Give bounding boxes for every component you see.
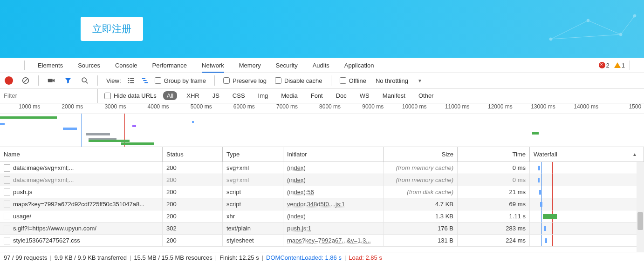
col-type[interactable]: Type bbox=[223, 147, 283, 162]
timeline-overview[interactable]: 1000 ms2000 ms3000 ms4000 ms5000 ms6000 … bbox=[0, 103, 644, 147]
col-initiator[interactable]: Initiator bbox=[283, 147, 384, 162]
cell-name: style1536672475627.css bbox=[13, 237, 80, 244]
svg-rect-18 bbox=[128, 78, 129, 79]
tab-application[interactable]: Application bbox=[344, 58, 374, 73]
cell-initiator[interactable]: (index) bbox=[283, 162, 384, 174]
filter-icon[interactable] bbox=[64, 76, 72, 85]
record-button[interactable] bbox=[5, 76, 13, 85]
cell-initiator[interactable]: (index) bbox=[283, 210, 384, 222]
col-time[interactable]: Time bbox=[458, 147, 530, 162]
col-waterfall[interactable]: Waterfall▲ bbox=[530, 147, 644, 162]
preserve-log-label: Preserve log bbox=[233, 77, 267, 84]
cell-initiator[interactable]: (index):56 bbox=[283, 186, 384, 198]
waterfall-label: Waterfall bbox=[534, 151, 557, 158]
cell-initiator[interactable]: (index) bbox=[283, 174, 384, 186]
filter-bar: Hide data URLs AllXHRJSCSSImgMediaFontDo… bbox=[0, 88, 644, 103]
chip-xhr[interactable]: XHR bbox=[183, 91, 203, 100]
chip-font[interactable]: Font bbox=[307, 91, 327, 100]
scrollbar[interactable] bbox=[637, 162, 644, 252]
group-by-frame-toggle[interactable]: Group by frame bbox=[155, 77, 206, 84]
file-icon bbox=[4, 164, 10, 172]
tab-memory[interactable]: Memory bbox=[239, 58, 261, 73]
chip-manifest[interactable]: Manifest bbox=[379, 91, 409, 100]
view-waterfall-icon[interactable] bbox=[141, 76, 149, 85]
svg-rect-24 bbox=[142, 78, 145, 79]
table-row[interactable]: usage/200xhr(index)1.3 KB1.11 s bbox=[0, 210, 644, 223]
chip-doc[interactable]: Doc bbox=[332, 91, 350, 100]
svg-rect-15 bbox=[48, 79, 53, 82]
warnings-badge[interactable]: 1 bbox=[614, 62, 625, 69]
chip-img[interactable]: Img bbox=[254, 91, 272, 100]
svg-line-7 bbox=[551, 34, 621, 39]
devtools-panel: ElementsSourcesConsolePerformanceNetwork… bbox=[0, 58, 644, 263]
cell-type: script bbox=[223, 198, 283, 210]
chip-js[interactable]: JS bbox=[209, 91, 223, 100]
clear-icon[interactable] bbox=[21, 76, 30, 85]
preserve-log-toggle[interactable]: Preserve log bbox=[223, 77, 267, 84]
file-icon bbox=[4, 213, 10, 220]
file-icon bbox=[4, 201, 10, 208]
offline-toggle[interactable]: Offline bbox=[340, 77, 366, 84]
table-row[interactable]: maps?key=7992a672d92cdf725ff50c351047a8.… bbox=[0, 198, 644, 210]
scrollbar-thumb[interactable] bbox=[637, 212, 643, 230]
cell-status: 200 bbox=[163, 235, 223, 246]
status-dcl: DOMContentLoaded: 1.86 s bbox=[266, 254, 342, 261]
camera-icon[interactable] bbox=[47, 76, 55, 85]
table-row[interactable]: push.js200script(index):56(from disk cac… bbox=[0, 186, 644, 198]
resource-type-chips: AllXHRJSCSSImgMediaFontDocWSManifestOthe… bbox=[163, 91, 438, 100]
overview-tick: 14000 ms bbox=[558, 103, 601, 113]
cell-initiator[interactable]: push.js:1 bbox=[283, 223, 384, 234]
tab-sources[interactable]: Sources bbox=[78, 58, 100, 73]
svg-rect-19 bbox=[130, 78, 134, 79]
overview-tick: 11000 ms bbox=[429, 103, 472, 113]
filter-input[interactable] bbox=[0, 89, 98, 103]
disable-cache-toggle[interactable]: Disable cache bbox=[275, 77, 322, 84]
tab-network[interactable]: Network bbox=[202, 58, 224, 73]
grid-header: Name Status Type Initiator Size Time Wat… bbox=[0, 147, 644, 162]
cell-size: 131 B bbox=[384, 235, 458, 246]
col-size[interactable]: Size bbox=[384, 147, 458, 162]
chip-ws[interactable]: WS bbox=[356, 91, 373, 100]
overview-tick: 5000 ms bbox=[172, 103, 215, 113]
table-row[interactable]: data:image/svg+xml;...200svg+xml(index)(… bbox=[0, 162, 644, 174]
cell-name: data:image/svg+xml;... bbox=[13, 164, 74, 171]
cell-time: 283 ms bbox=[458, 223, 530, 234]
hide-data-urls-toggle[interactable]: Hide data URLs bbox=[104, 92, 157, 99]
tab-performance[interactable]: Performance bbox=[152, 58, 187, 73]
cell-waterfall bbox=[530, 223, 644, 234]
view-list-icon[interactable] bbox=[127, 76, 135, 85]
chip-other[interactable]: Other bbox=[415, 91, 438, 100]
cell-time: 21 ms bbox=[458, 186, 530, 198]
table-row[interactable]: data:image/svg+xml;...200svg+xml(index)(… bbox=[0, 174, 644, 186]
cell-initiator[interactable]: vendor.348d5f0....js:1 bbox=[283, 198, 384, 210]
cell-name: data:image/svg+xml;... bbox=[13, 176, 74, 183]
chip-css[interactable]: CSS bbox=[229, 91, 249, 100]
grid-body: data:image/svg+xml;...200svg+xml(index)(… bbox=[0, 162, 644, 252]
chip-all[interactable]: All bbox=[163, 91, 177, 100]
tab-security[interactable]: Security bbox=[276, 58, 298, 73]
tab-elements[interactable]: Elements bbox=[38, 58, 63, 73]
errors-badge[interactable]: 2 bbox=[599, 62, 610, 69]
overview-tick: 4000 ms bbox=[129, 103, 171, 113]
col-name[interactable]: Name bbox=[0, 147, 163, 162]
overview-tick: 7000 ms bbox=[258, 103, 301, 113]
svg-line-6 bbox=[621, 16, 635, 34]
warnings-count: 1 bbox=[622, 62, 625, 69]
table-row[interactable]: style1536672475627.css200stylesheetmaps?… bbox=[0, 235, 644, 247]
offline-label: Offline bbox=[349, 77, 366, 84]
cell-status: 200 bbox=[163, 198, 223, 210]
chip-media[interactable]: Media bbox=[277, 91, 301, 100]
col-status[interactable]: Status bbox=[163, 147, 223, 162]
cell-time: 224 ms bbox=[458, 235, 530, 246]
table-row[interactable]: s.gif?l=https://www.upyun.com/302text/pl… bbox=[0, 223, 644, 235]
signup-button[interactable]: 立即注册 bbox=[81, 17, 143, 41]
cell-waterfall bbox=[530, 174, 644, 186]
tab-console[interactable]: Console bbox=[115, 58, 137, 73]
cell-waterfall bbox=[530, 210, 644, 222]
status-transferred: 9.9 KB / 9.9 KB transferred bbox=[55, 254, 127, 261]
search-icon[interactable] bbox=[81, 76, 89, 85]
throttling-select[interactable]: No throttling bbox=[376, 77, 408, 84]
cell-waterfall bbox=[530, 162, 644, 174]
cell-initiator[interactable]: maps?key=7992a67...&v=1.3... bbox=[283, 235, 384, 246]
tab-audits[interactable]: Audits bbox=[313, 58, 329, 73]
